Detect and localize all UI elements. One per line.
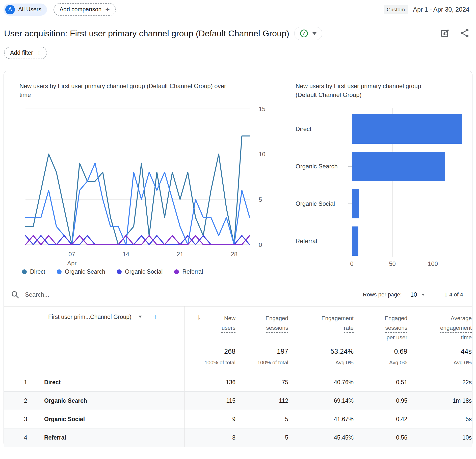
bar-row-organic-search: Organic Search [296,148,472,185]
category-tick [348,241,352,241]
chevron-down-icon[interactable] [139,316,142,318]
bar-chart-title: New users by First user primary channel … [296,82,439,99]
bar-referral [352,226,358,256]
total-engagement-rate-sub: Avg 0% [288,360,354,366]
table-row: 1 Direct 136 75 40.76% 0.51 22s [4,373,472,391]
add-filter-button[interactable]: Add filter + [4,47,47,59]
line-chart-title: New users by First user primary channel … [19,82,239,99]
plus-icon: + [105,7,110,12]
bar-row-direct: Direct [296,110,472,148]
date-range-picker[interactable]: Apr 1 - Apr 30, 2024 [413,6,469,13]
cell-engaged-sessions-per-user: 0.51 [354,379,407,386]
bar-chart: 050100DirectOrganic SearchOrganic Social… [296,107,472,272]
check-icon: ✓ [300,30,308,37]
table-row: 3 Organic Social 9 5 41.67% 0.42 5s [4,410,472,428]
y-axis-tick-label: 0 [259,241,262,248]
add-filter-label: Add filter [10,49,33,56]
cell-engaged-sessions-per-user: 0.42 [354,416,407,423]
cell-engaged-sessions: 75 [235,379,288,386]
dimension-header[interactable]: First user prim...Channel Group) [48,314,131,320]
total-average-engagement-time-sub: Avg 0% [407,360,472,366]
legend-label: Organic Social [125,268,163,275]
total-engaged-sessions-per-user-sub: Avg 0% [354,360,407,366]
add-comparison-button[interactable]: Add comparison + [54,3,116,16]
chart-legend: DirectOrganic SearchOrganic SocialReferr… [19,268,274,275]
cell-engaged-sessions: 112 [235,397,288,404]
channel-name: Organic Search [44,397,87,404]
cell-engaged-sessions-per-user: 0.56 [354,434,407,441]
total-new-users: 268 [185,348,235,355]
x-axis-tick-label: 07 [68,251,75,258]
share-button[interactable] [460,28,469,39]
chevron-down-icon [421,294,425,296]
category-tick [348,129,352,129]
top-bar: A All Users Add comparison + Custom Apr … [0,0,476,19]
y-axis-tick-label: 5 [259,196,262,203]
bar-organic-social [352,189,359,218]
search-input[interactable] [25,291,181,298]
rows-per-page-select[interactable]: 10 [410,291,425,298]
add-column-button[interactable]: + [153,314,158,320]
column-header-new-users[interactable]: New users [185,314,235,344]
x-axis-tick-label: 0 [344,260,359,267]
cell-new-users: 9 [185,416,235,423]
report-table: Rows per page: 10 1-4 of 4 First user pr… [4,283,472,447]
table-row: 4 Referral 8 5 45.45% 0.56 10s [4,428,472,447]
table-toolbar: Rows per page: 10 1-4 of 4 [4,283,472,306]
column-header-engaged-sessions[interactable]: Engaged sessions [235,314,288,344]
legend-item-direct: Direct [22,268,45,275]
channel-name: Organic Social [44,416,85,423]
chevron-down-icon [312,32,316,35]
x-axis-tick-label: 28 [231,251,237,258]
column-header-engagement-rate[interactable]: Engagement rate [288,314,354,344]
x-axis-tick-sublabel: Apr [67,260,76,266]
customize-report-button[interactable] [440,28,450,39]
column-header-average-engagement-time[interactable]: Average engagement time [407,314,472,344]
pagination-range: 1-4 of 4 [444,291,463,298]
report-header: User acquisition: First user primary cha… [0,19,476,40]
y-axis-tick-label: 10 [259,151,266,158]
bar-row-organic-social: Organic Social [296,185,472,222]
bar-row-referral: Referral [296,222,472,260]
row-index: 3 [4,416,44,423]
cell-engaged-sessions-per-user: 0.95 [354,397,407,404]
share-icon [460,28,469,38]
x-axis-tick-label: 21 [177,251,183,258]
cell-average-engagement-time: 22s [407,379,472,386]
legend-label: Organic Search [65,268,105,275]
sort-descending-icon[interactable]: ↓ [197,313,201,321]
report-status-dropdown[interactable]: ✓ [294,27,322,40]
legend-dot-icon [22,269,27,274]
total-engagement-rate: 53.24% [288,348,354,355]
edit-chart-icon [440,28,450,38]
column-header-engaged-sessions-per-user[interactable]: Engaged sessions per user [354,314,407,344]
x-axis-tick-label: 14 [123,251,129,258]
line-chart-panel: New users by First user primary channel … [19,82,274,275]
y-axis-tick-label: 15 [259,106,266,112]
total-engaged-sessions: 197 [235,348,288,355]
x-axis-tick-label: 50 [385,260,400,267]
rows-per-page-label: Rows per page: [363,291,402,298]
total-average-engagement-time: 44s [407,348,472,355]
segment-chip-all-users[interactable]: A All Users [4,4,47,16]
total-new-users-sub: 100% of total [185,360,235,366]
legend-dot-icon [57,269,62,274]
legend-item-organic-social: Organic Social [117,268,163,275]
row-index: 2 [4,397,44,404]
cell-engagement-rate: 69.14% [288,397,354,404]
category-tick [348,203,352,204]
bar-category-label: Organic Social [296,200,348,207]
page-title: User acquisition: First user primary cha… [4,29,289,38]
cell-average-engagement-time: 10s [407,434,472,441]
table-header-row: First user prim...Channel Group) + ↓ New… [4,306,472,344]
cell-engaged-sessions: 5 [235,416,288,423]
cell-engagement-rate: 45.45% [288,434,354,441]
line-chart: 05101507Apr142128 [19,102,272,266]
total-engaged-sessions-per-user: 0.69 [354,348,407,355]
add-comparison-label: Add comparison [60,6,101,13]
line-series-organic-social [25,236,250,245]
date-range-type-badge: Custom [384,5,408,14]
bar-chart-panel: New users by First user primary channel … [296,82,472,275]
x-axis-tick-label: 100 [425,260,440,267]
legend-dot-icon [117,269,122,274]
